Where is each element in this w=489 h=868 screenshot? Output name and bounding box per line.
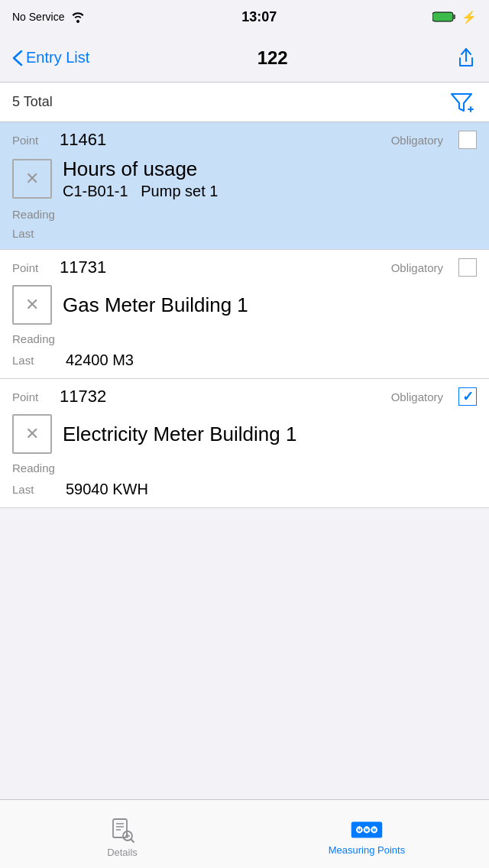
last-value-1: 42400 M3 [66, 351, 134, 369]
total-count: 5 Total [12, 94, 53, 110]
status-left: No Service [12, 11, 86, 23]
svg-rect-1 [453, 15, 455, 19]
entry-name-main-2: Electricity Meter Building 1 [63, 423, 477, 446]
entry-last-row-0: Last [0, 224, 489, 249]
filter-bar: 5 Total [0, 83, 489, 122]
tab-bar: Details Measuring Points [0, 799, 489, 868]
checkmark-icon: ✓ [462, 388, 474, 405]
status-bar: No Service 13:07 ⚡ [0, 0, 489, 34]
entry-item-2[interactable]: Point 11732 Obligatory ✓ Electricity Met… [0, 379, 489, 508]
entry-main-row-1: Gas Meter Building 1 [0, 282, 489, 328]
entry-reading-row-0: Reading [0, 203, 489, 224]
status-right: ⚡ [432, 10, 477, 24]
entry-main-row-2: Electricity Meter Building 1 [0, 411, 489, 457]
point-number-2: 11732 [60, 387, 106, 406]
time-display: 13:07 [241, 9, 277, 25]
entry-top-row-1: Point 11731 Obligatory [0, 250, 489, 282]
tab-measuring-points-label: Measuring Points [329, 844, 405, 856]
entry-list: Point 11461 Obligatory Hours of usage C1… [0, 122, 489, 508]
filter-button[interactable] [446, 87, 477, 118]
entry-names-1: Gas Meter Building 1 [63, 293, 477, 317]
last-label-1: Last [12, 354, 66, 367]
entry-name-sub-0: C1-B01-1 Pump set 1 [63, 183, 477, 200]
entry-main-row-0: Hours of usage C1-B01-1 Pump set 1 [0, 154, 489, 203]
svg-line-10 [131, 839, 134, 842]
nav-title: 122 [257, 47, 288, 69]
tab-measuring-points[interactable]: Measuring Points [244, 812, 489, 856]
wifi-icon [70, 11, 86, 23]
reading-label-0: Reading [12, 208, 66, 221]
last-value-2: 59040 KWH [66, 481, 148, 498]
charging-icon: ⚡ [461, 10, 477, 24]
point-label-2: Point [12, 390, 50, 403]
doc-icon-1 [12, 285, 52, 325]
obligatory-label-1: Obligatory [391, 261, 443, 274]
reading-label-1: Reading [12, 332, 66, 345]
checkbox-1[interactable] [458, 258, 477, 277]
entry-names-0: Hours of usage C1-B01-1 Pump set 1 [63, 157, 477, 200]
entry-item-0[interactable]: Point 11461 Obligatory Hours of usage C1… [0, 122, 489, 250]
details-tab-icon [108, 816, 136, 844]
battery-icon [432, 11, 457, 23]
last-label-2: Last [12, 483, 66, 496]
last-label-0: Last [12, 227, 66, 240]
measuring-points-tab-icon [350, 818, 384, 841]
checkbox-2[interactable]: ✓ [458, 387, 477, 406]
checkbox-0[interactable] [458, 131, 477, 149]
nav-bar: Entry List 122 [0, 34, 489, 83]
point-label-1: Point [12, 261, 50, 274]
share-button[interactable] [455, 47, 477, 69]
svg-rect-5 [113, 819, 127, 837]
point-number-1: 11731 [60, 257, 106, 277]
reading-label-2: Reading [12, 462, 66, 474]
tab-details[interactable]: Details [0, 810, 244, 858]
entry-last-row-2: Last 59040 KWH [0, 478, 489, 507]
entry-names-2: Electricity Meter Building 1 [63, 423, 477, 446]
doc-icon-2 [12, 414, 52, 454]
tab-details-label: Details [107, 847, 138, 858]
carrier-text: No Service [12, 11, 64, 23]
entry-name-main-1: Gas Meter Building 1 [63, 293, 477, 317]
entry-reading-row-2: Reading [0, 457, 489, 478]
back-button[interactable]: Entry List [12, 49, 89, 66]
entry-top-row-2: Point 11732 Obligatory ✓ [0, 379, 489, 411]
point-label-0: Point [12, 134, 50, 147]
entry-last-row-1: Last 42400 M3 [0, 348, 489, 378]
svg-rect-0 [432, 12, 453, 21]
back-label: Entry List [26, 49, 89, 66]
entry-top-row-0: Point 11461 Obligatory [0, 122, 489, 154]
obligatory-label-0: Obligatory [391, 134, 443, 147]
obligatory-label-2: Obligatory [391, 390, 443, 403]
point-number-0: 11461 [60, 130, 106, 150]
doc-icon-0 [12, 159, 52, 199]
entry-reading-row-1: Reading [0, 328, 489, 348]
entry-name-main-0: Hours of usage [63, 157, 477, 181]
entry-item-1[interactable]: Point 11731 Obligatory Gas Meter Buildin… [0, 250, 489, 379]
